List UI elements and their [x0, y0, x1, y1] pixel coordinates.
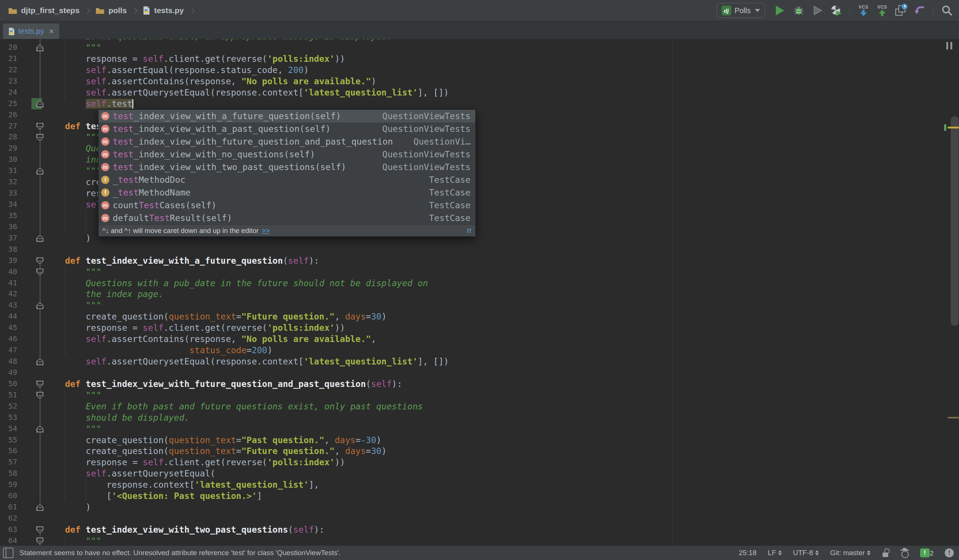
code-text: """ — [44, 390, 101, 401]
completion-item-class: QuestionViewTests — [382, 150, 475, 159]
completion-item[interactable]: mtest_index_view_with_a_past_question(se… — [99, 123, 475, 135]
completion-item[interactable]: mtest_index_view_with_two_past_questions… — [99, 161, 475, 173]
field-icon: f — [101, 176, 109, 184]
warning-stripe-mark[interactable] — [948, 127, 959, 129]
completion-item-name: countTestCases(self) — [113, 200, 217, 210]
fold-marker-icon[interactable] — [36, 134, 43, 141]
code-line: 42 the index page. — [0, 288, 959, 300]
line-number: 24 — [0, 88, 17, 97]
method-icon: m — [101, 201, 109, 209]
completion-item[interactable]: mtest_index_view_with_future_question_an… — [99, 135, 475, 148]
completion-list: mtest_index_view_with_a_future_question(… — [99, 110, 475, 224]
fold-marker-icon[interactable] — [36, 392, 43, 399]
line-separator-widget[interactable]: LF — [768, 549, 782, 557]
chevron-right-icon — [189, 8, 195, 13]
close-icon[interactable]: × — [49, 27, 54, 36]
encoding-widget[interactable]: UTF-8 — [793, 549, 819, 557]
toolwindow-toggle-icon[interactable] — [3, 548, 13, 558]
fold-marker-icon[interactable] — [36, 167, 43, 175]
debug-button[interactable] — [792, 4, 805, 17]
breadcrumb-label: tests.py — [154, 6, 183, 15]
weak-warning-stripe-mark[interactable] — [948, 417, 959, 418]
completion-item[interactable]: mtest_index_view_with_no_questions(self)… — [99, 148, 475, 161]
code-text: self.assertEqual(response.status_code, 2… — [44, 65, 309, 75]
method-icon: m — [101, 112, 109, 120]
line-number: 22 — [0, 65, 17, 74]
code-text: ['<Question: Past question.>'] — [44, 491, 262, 501]
fold-marker-icon[interactable] — [36, 538, 43, 545]
run-configuration-select[interactable]: dj Polls — [717, 3, 765, 18]
code-text: self.test — [44, 99, 133, 109]
fold-marker-icon[interactable] — [36, 426, 43, 433]
completion-hint-link[interactable]: >> — [261, 227, 270, 235]
inspection-status-icon[interactable]: ! — [945, 548, 954, 557]
code-line: 63 def test_index_view_with_two_past_que… — [0, 524, 959, 535]
code-line: 49 — [0, 367, 959, 378]
completion-item[interactable]: f_testMethodNameTestCase — [99, 186, 475, 199]
code-line: 62 — [0, 513, 959, 524]
code-text: ) — [44, 233, 91, 243]
caret-position-widget[interactable]: 25:18 — [739, 549, 757, 557]
search-everywhere-button[interactable] — [940, 4, 954, 17]
code-line: 21 response = self.client.get(reverse('p… — [0, 53, 959, 64]
completion-item[interactable]: mcountTestCases(self)TestCase — [99, 199, 475, 212]
fold-marker-icon[interactable] — [36, 235, 43, 242]
fold-marker-icon[interactable] — [36, 269, 43, 276]
code-text: """ — [44, 42, 101, 53]
code-text: create_question(question_text="Past ques… — [44, 435, 381, 445]
chevron-right-icon — [84, 8, 91, 13]
fold-marker-icon[interactable] — [36, 504, 43, 511]
profiler-button[interactable] — [829, 4, 843, 17]
code-line: 61 ) — [0, 501, 959, 513]
fold-marker-icon[interactable] — [36, 44, 43, 51]
breadcrumb-item-file[interactable]: tests.py — [143, 6, 183, 15]
fold-marker-icon[interactable] — [36, 123, 43, 130]
undo-button[interactable] — [913, 4, 926, 17]
code-line: 39 def test_index_view_with_a_future_que… — [0, 255, 959, 266]
fold-marker-icon[interactable] — [36, 100, 43, 108]
completion-item[interactable]: mdefaultTestResult(self)TestCase — [99, 212, 475, 224]
python-file-icon — [143, 6, 150, 15]
breadcrumb-item-project[interactable]: djtp_first_steps — [8, 6, 80, 15]
fold-marker-icon[interactable] — [36, 302, 43, 309]
spinner-arrows-icon — [815, 550, 819, 555]
editor-corner-icon[interactable] — [946, 42, 952, 49]
git-branch-widget[interactable]: Git: master — [830, 549, 871, 557]
code-text: response = self.client.get(reverse('poll… — [44, 457, 345, 468]
run-button[interactable] — [773, 4, 787, 17]
breadcrumb-item-package[interactable]: polls — [96, 6, 127, 15]
completion-item[interactable]: mtest_index_view_with_a_future_question(… — [99, 110, 475, 123]
fold-marker-icon[interactable] — [36, 257, 43, 264]
run-with-coverage-button[interactable] — [811, 4, 824, 17]
line-number: 31 — [0, 166, 17, 175]
code-editor[interactable]: 19 If no questions exist, an appropriate… — [0, 39, 959, 546]
recent-changes-icon — [895, 5, 906, 16]
fold-marker-icon[interactable] — [36, 526, 43, 533]
code-line: 40 """ — [0, 266, 959, 278]
line-number: 55 — [0, 435, 17, 444]
vcs-commit-button[interactable]: VCS — [875, 4, 889, 17]
vcs-stripe-mark — [944, 124, 946, 131]
line-number: 23 — [0, 76, 17, 85]
line-number: 40 — [0, 267, 17, 276]
local-history-button[interactable] — [894, 4, 908, 17]
code-text: Even if both past and future questions e… — [44, 401, 423, 412]
chevron-right-icon — [132, 8, 138, 13]
spinner-arrows-icon — [867, 550, 871, 555]
completion-item-name: test_index_view_with_a_past_question(sel… — [113, 124, 331, 134]
completion-item[interactable]: f_testMethodDocTestCase — [99, 173, 475, 186]
tab-tests-py[interactable]: tests.py × — [3, 24, 59, 39]
fold-marker-icon[interactable] — [36, 358, 43, 365]
code-text: self.assertContains(response, "No polls … — [44, 76, 376, 86]
readonly-lock-icon[interactable] — [882, 548, 889, 557]
spinner-arrows-icon — [778, 550, 782, 555]
line-number: 51 — [0, 390, 17, 399]
text-caret — [132, 99, 133, 109]
scrollbar-thumb[interactable] — [951, 116, 959, 326]
fold-marker-icon[interactable] — [36, 380, 43, 388]
highlighting-level-icon[interactable] — [900, 548, 909, 557]
line-number: 28 — [0, 132, 17, 141]
event-log-notification[interactable]: ! 2 — [920, 548, 934, 557]
code-line: 23 self.assertContains(response, "No pol… — [0, 76, 959, 87]
vcs-update-button[interactable]: VCS — [857, 4, 870, 17]
